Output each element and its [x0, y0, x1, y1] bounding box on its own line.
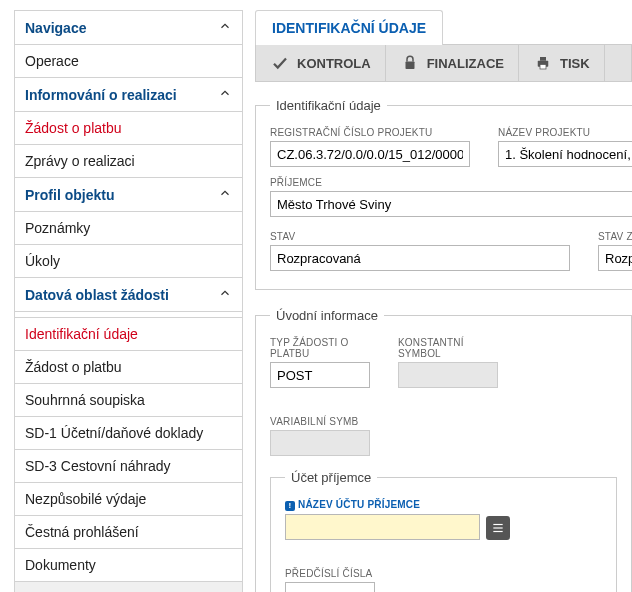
label-prijemce: PŘÍJEMCE — [270, 177, 632, 188]
input-nazev-uctu[interactable] — [285, 514, 480, 540]
svg-rect-0 — [405, 62, 414, 70]
chevron-up-icon — [218, 86, 232, 103]
nav-label: SD-3 Cestovní náhrady — [25, 458, 171, 474]
nav-label: Datová oblast žádosti — [25, 287, 169, 303]
nav-ukoly[interactable]: Úkoly — [15, 245, 242, 278]
toolbar-label: FINALIZACE — [427, 56, 504, 71]
svg-rect-6 — [493, 531, 502, 532]
nav-podpis: Podpis žádosti o platbu — [15, 582, 242, 592]
label-stavz: STAV Z — [598, 231, 632, 242]
input-typ-zadosti[interactable] — [270, 362, 370, 388]
nav-label: Navigace — [25, 20, 86, 36]
legend: Účet příjemce — [285, 470, 377, 485]
tab-identifikacni-udaje[interactable]: IDENTIFIKAČNÍ ÚDAJE — [255, 10, 443, 45]
nav-zadost-platbu2[interactable]: Žádost o platbu — [15, 351, 242, 384]
nav-poznamky[interactable]: Poznámky — [15, 212, 242, 245]
label-predcisli: PŘEDČÍSLÍ ČÍSLA — [285, 568, 375, 579]
label-stav: STAV — [270, 231, 570, 242]
svg-rect-2 — [540, 57, 546, 61]
nav-label: Nezpůsobilé výdaje — [25, 491, 146, 507]
input-konstantni-symbol — [398, 362, 498, 388]
nav-header-datova[interactable]: Datová oblast žádosti — [15, 278, 242, 312]
input-prijemce[interactable] — [270, 191, 632, 217]
toolbar-finalizace[interactable]: FINALIZACE — [386, 45, 519, 81]
nav-label: Žádost o platbu — [25, 359, 122, 375]
nav-label: Zprávy o realizaci — [25, 153, 135, 169]
svg-rect-5 — [493, 527, 502, 528]
nav-sd3[interactable]: SD-3 Cestovní náhrady — [15, 450, 242, 483]
nav-label: Dokumenty — [25, 557, 96, 573]
nav-zpravy[interactable]: Zprávy o realizaci — [15, 145, 242, 178]
label-nazev-uctu: !NÁZEV ÚČTU PŘÍJEMCE — [285, 499, 510, 511]
svg-rect-4 — [493, 524, 502, 525]
nav-cestna[interactable]: Čestná prohlášení — [15, 516, 242, 549]
chevron-up-icon — [218, 186, 232, 203]
toolbar-kontrola[interactable]: KONTROLA — [256, 45, 386, 81]
label-konstantni-symbol: KONSTANTNÍ SYMBOL — [398, 337, 498, 359]
toolbar-label: KONTROLA — [297, 56, 371, 71]
label-nazev-projektu: NÁZEV PROJEKTU — [498, 127, 632, 138]
fieldset-uvodni-informace: Úvodní informace TYP ŽÁDOSTI O PLATBU KO… — [255, 308, 632, 592]
toolbar-tisk[interactable]: TISK — [519, 45, 605, 81]
svg-rect-3 — [540, 65, 546, 70]
input-stavz[interactable] — [598, 245, 632, 271]
nav-label: Identifikační údaje — [25, 326, 138, 342]
nav-header-informovani[interactable]: Informování o realizaci — [15, 78, 242, 112]
input-stav[interactable] — [270, 245, 570, 271]
nav-sd1[interactable]: SD-1 Účetní/daňové doklady — [15, 417, 242, 450]
label-reg-cislo: REGISTRAČNÍ ČÍSLO PROJEKTU — [270, 127, 470, 138]
chevron-up-icon — [218, 19, 232, 36]
input-reg-cislo[interactable] — [270, 141, 470, 167]
nav-label: SD-1 Účetní/daňové doklady — [25, 425, 203, 441]
input-nazev-projektu[interactable] — [498, 141, 632, 167]
nav-label: Čestná prohlášení — [25, 524, 139, 540]
nav-souhrnna[interactable]: Souhrnná soupiska — [15, 384, 242, 417]
nav-label: Souhrnná soupiska — [25, 392, 145, 408]
label-variabilni-symbol: VARIABILNÍ SYMB — [270, 416, 370, 427]
nav-zadost-platbu[interactable]: Žádost o platbu — [15, 112, 242, 145]
nav-label: Informování o realizaci — [25, 87, 177, 103]
label-typ-zadosti: TYP ŽÁDOSTI O PLATBU — [270, 337, 370, 359]
nav-operace[interactable]: Operace — [15, 45, 242, 78]
nav-label: Úkoly — [25, 253, 60, 269]
legend: Úvodní informace — [270, 308, 384, 323]
check-icon — [270, 53, 290, 73]
nav-identifikacni-udaje[interactable]: Identifikační údaje — [15, 318, 242, 351]
chevron-up-icon — [218, 286, 232, 303]
input-variabilni-symbol — [270, 430, 370, 456]
legend: Identifikační údaje — [270, 98, 387, 113]
lock-icon — [400, 53, 420, 73]
nav-header-navigace[interactable]: Navigace — [15, 11, 242, 45]
nav-label: Profil objektu — [25, 187, 114, 203]
print-icon — [533, 53, 553, 73]
toolbar-label: TISK — [560, 56, 590, 71]
nav-header-profil[interactable]: Profil objektu — [15, 178, 242, 212]
fieldset-identifikacni-udaje: Identifikační údaje REGISTRAČNÍ ČÍSLO PR… — [255, 98, 632, 290]
nav-dokumenty[interactable]: Dokumenty — [15, 549, 242, 582]
fieldset-ucet-prijemce: Účet příjemce !NÁZEV ÚČTU PŘÍJEMCE — [270, 470, 617, 592]
tab-label: IDENTIFIKAČNÍ ÚDAJE — [272, 20, 426, 36]
nav-label: Operace — [25, 53, 79, 69]
toolbar: KONTROLA FINALIZACE TISK — [255, 44, 632, 82]
input-predcisli[interactable] — [285, 582, 375, 592]
nav-label: Žádost o platbu — [25, 120, 122, 136]
nav-label: Poznámky — [25, 220, 90, 236]
nav-nezp[interactable]: Nezpůsobilé výdaje — [15, 483, 242, 516]
list-picker-button[interactable] — [486, 516, 510, 540]
